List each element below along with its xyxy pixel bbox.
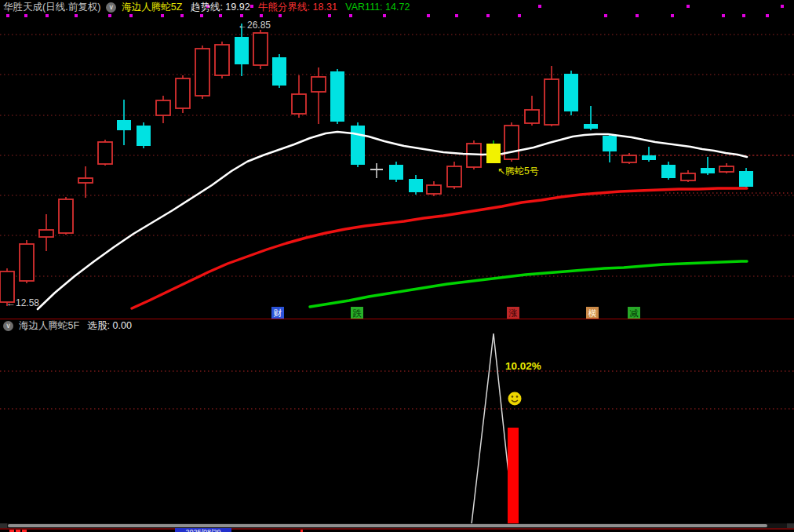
signal-dot [180,14,184,17]
signal-box-char: 减 [630,308,639,318]
bullbear-line-value: 牛熊分界线: 18.31 [258,2,337,13]
candle-down [137,126,151,146]
signal-dot [260,14,263,17]
signal-dot [636,14,639,17]
candle-down [409,179,423,192]
signal-dot [279,14,282,17]
signal-dot [604,14,607,17]
signal-dot [24,14,27,17]
candle-down [235,37,249,64]
signal-dot [75,14,78,17]
indicator-value-label: 10.02% [505,360,541,372]
candle-up [39,230,53,237]
price-label: ←26.85 [238,20,271,31]
candle-up [427,185,441,194]
candle-down [661,165,676,178]
signal-marker-label: ↖腾蛇5号 [497,166,539,177]
candle-down [564,74,578,111]
candle-up [78,178,93,183]
signal-dot [671,14,674,17]
candle-signal [486,144,501,163]
signal-box-char: 跌 [353,308,362,318]
signal-dot [687,5,690,8]
signal-dot [742,14,745,17]
candle-up [719,166,734,172]
candle-up [311,77,326,92]
candle-up [504,126,519,159]
candle-down [272,57,286,86]
candle-up [292,94,306,114]
signal-dot [6,14,9,17]
cursor-date: 2025/08/29 [185,528,220,532]
cursor-date-box: 2025/08/29 [175,528,231,532]
signal-dot [781,5,784,8]
candle-up [253,33,268,65]
smiley-eye [512,395,514,398]
candle-up [59,199,73,233]
signal-dot [538,5,541,8]
signal-dot [46,14,49,17]
candle-up [156,100,170,115]
candle-up [98,142,112,164]
candle-up [545,79,559,125]
stock-title: 华胜天成(日线.前复权) [3,2,100,13]
candle-up [525,110,539,123]
candle-down [642,155,656,160]
price-label: ←12.58 [6,297,39,308]
signal-dot [383,14,386,17]
date-axis: 2025/08/29 [0,528,794,532]
candle-up [195,49,209,96]
signal-dot [328,14,331,17]
candle-down [701,168,715,173]
candle-down [117,120,131,130]
candle-up [622,155,636,162]
signal-box-char: 涨 [509,308,518,318]
chevron-down-icon[interactable]: ∨ [3,321,13,331]
chevron-down-icon[interactable]: ∨ [106,2,116,13]
signal-dot [108,14,111,17]
candle-down [584,124,598,129]
signal-dot [427,14,430,17]
signal-box-char: 横 [588,308,597,318]
signal-dot [486,14,490,17]
signal-box-char: 财 [274,308,282,318]
candle-up [20,244,34,281]
signal-dot [766,14,769,17]
ma-line [38,132,747,309]
signal-dot [200,14,203,17]
candle-down [330,71,344,122]
stock-chart-canvas[interactable]: ↖腾蛇5号←26.85←12.58财跌涨横减10.02% [0,0,794,532]
main-chart-header: 华胜天成(日线.前复权)∨海边人腾蛇5Z 趋势线: 19.92 牛熊分界线: 1… [3,1,415,14]
candle-up [447,166,461,187]
candle-down [389,165,403,180]
sub-indicator-title[interactable]: 海边人腾蛇5F [19,320,79,331]
smiley-icon [508,392,522,406]
var111-value: VAR111: 14.72 [345,2,410,13]
scrollbar-thumb[interactable] [8,524,767,527]
signal-dot [240,14,243,17]
candle-up [681,173,695,180]
ma-line [132,188,747,308]
candle-up [176,78,190,108]
signal-dot [722,14,725,17]
trend-line-value: 趋势线: 19.92 [191,2,250,13]
candle-up [215,45,229,75]
ma-line [310,261,747,307]
signal-dot [219,14,222,17]
signal-dot [161,14,164,17]
candle-down [603,136,617,151]
signal-dot [455,14,458,17]
histogram-bar [508,428,519,523]
sub-indicator-value: 选股: 0.00 [88,320,132,331]
smiley-eye [516,395,519,398]
signal-dot [518,14,521,17]
candle-down [351,126,365,165]
trading-app-window: ↖腾蛇5号←26.85←12.58财跌涨横减10.02% 华胜天成(日线.前复权… [0,0,794,532]
sub-chart-header: ∨海边人腾蛇5F 选股: 0.00 [3,319,137,333]
signal-dot [349,14,352,17]
signal-dot [129,14,133,17]
indicator-title[interactable]: 海边人腾蛇5Z [122,2,182,13]
candle-down [739,171,753,187]
